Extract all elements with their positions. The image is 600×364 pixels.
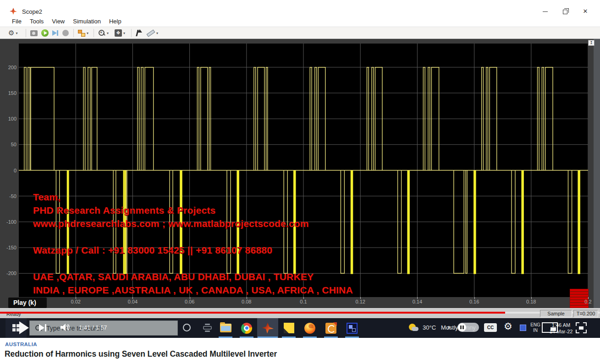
- screen: Scope2 ✕ FileToolsViewSimulationHelp ⚙ ▾…: [0, 0, 600, 364]
- x-axis-label: 0.16: [465, 299, 484, 304]
- simulink-blocks-icon: [78, 30, 85, 37]
- run-button[interactable]: [41, 28, 49, 38]
- taskbar-app-chrome[interactable]: [236, 318, 257, 338]
- matlab-scope-icon: [10, 8, 17, 15]
- cortana-button[interactable]: [183, 324, 191, 331]
- video-time-display: 1:41 / 1:57: [79, 324, 107, 331]
- caret-down-icon: ▾: [107, 31, 109, 35]
- menu-item-tools[interactable]: Tools: [26, 17, 48, 25]
- watermark-line: Watzapp / Call : +91 83000 15425 || +91 …: [33, 243, 381, 257]
- y-axis-label: 200: [0, 65, 17, 70]
- zoom-magnifier-icon: +: [98, 29, 105, 37]
- y-axis-label: -50: [0, 193, 17, 199]
- menu-bar: FileToolsViewSimulationHelp: [0, 17, 600, 27]
- minimize-button[interactable]: [537, 6, 553, 17]
- fit-to-view-icon: ✥: [115, 29, 122, 37]
- autoplay-toggle[interactable]: [457, 323, 479, 332]
- y-axis-label: -200: [0, 270, 17, 276]
- video-progress-fill: [0, 312, 505, 314]
- gear-icon: ⚙: [8, 29, 14, 37]
- menu-item-simulation[interactable]: Simulation: [69, 17, 105, 25]
- watermark-line: INDIA , EUROPE ,AUSTRALIA , UK , CANADA …: [33, 283, 381, 297]
- video-next-button[interactable]: [39, 323, 48, 332]
- run-play-icon: [41, 29, 49, 37]
- x-axis-label: 0.14: [408, 299, 426, 304]
- file-explorer-icon: [220, 324, 231, 332]
- firefox-icon: [304, 323, 315, 334]
- c-app-icon: [325, 323, 336, 334]
- snapshot-button[interactable]: [30, 28, 38, 38]
- scope-canvas: ↥ Team,PHD Research Assignments & Projec…: [0, 39, 600, 308]
- x-axis-label: 0.04: [123, 299, 142, 304]
- player-settings-gear-icon[interactable]: ⚙: [504, 321, 512, 332]
- x-axis-label: 0.18: [522, 299, 540, 304]
- snapshot-icon: [30, 30, 38, 36]
- menu-item-file[interactable]: File: [8, 17, 26, 25]
- language-line2: IN: [528, 328, 542, 333]
- toggle-knob-pause-icon: [458, 323, 466, 331]
- x-axis-label: 0.06: [181, 299, 199, 304]
- settings-gear-button[interactable]: ⚙ ▾: [8, 28, 17, 38]
- menu-item-view[interactable]: View: [48, 17, 69, 25]
- zoom-button[interactable]: + ▾: [98, 28, 109, 38]
- x-axis-label: 0.1: [294, 299, 313, 304]
- watermark-line: PHD Research Assignments & Projects: [33, 204, 381, 217]
- caret-down-icon: ▾: [87, 31, 88, 35]
- measurements-ruler-icon: [147, 29, 155, 37]
- miniplayer-button[interactable]: [542, 322, 558, 333]
- language-indicator[interactable]: ENG IN: [528, 322, 542, 333]
- language-line1: ENG: [528, 322, 542, 328]
- taskbar-app-firefox[interactable]: [299, 318, 320, 338]
- tray-blue-icon[interactable]: [520, 325, 526, 331]
- watermark-line: [33, 257, 381, 270]
- volume-icon[interactable]: [60, 322, 71, 332]
- goto-block-button[interactable]: ↥: [588, 40, 594, 46]
- watermark-line: UAE ,QATAR, SAUDI ARABIA, ABU DHABI, DUB…: [33, 270, 381, 283]
- highlight-block-button[interactable]: ▾: [78, 28, 88, 38]
- step-forward-button[interactable]: [52, 28, 59, 38]
- x-axis-label: 0.12: [351, 299, 369, 304]
- y-axis-label: -100: [0, 219, 17, 225]
- task-view-button[interactable]: [203, 324, 212, 332]
- weather-icon[interactable]: [409, 323, 419, 332]
- taskbar: Type here to search 1:41 / 1:57 30°C Mos…: [0, 318, 600, 338]
- measurements-button[interactable]: ▾: [147, 28, 158, 38]
- weather-temperature[interactable]: 30°C: [423, 324, 436, 331]
- y-axis-label: 150: [0, 90, 17, 96]
- watermark-text-block: Team,PHD Research Assignments & Projects…: [33, 190, 381, 297]
- tray-chevron-icon[interactable]: ∧: [447, 324, 451, 331]
- matlab-icon: [262, 323, 274, 334]
- y-axis-label: 0: [0, 168, 17, 173]
- page-bottom: AUSTRALIA Reduction of Harmonics using S…: [0, 338, 600, 364]
- video-page-title: Reduction of Harmonics using Seven Level…: [5, 349, 277, 359]
- canvas-right-edge: [594, 39, 600, 308]
- taskbar-app-paint-app[interactable]: [341, 318, 363, 338]
- watermark-line: [33, 230, 381, 243]
- fullscreen-button[interactable]: [576, 322, 587, 333]
- taskbar-app-notepad[interactable]: [278, 318, 299, 338]
- trigger-button[interactable]: [136, 28, 142, 38]
- restore-button[interactable]: [557, 6, 573, 17]
- watermark-line: Team,: [33, 190, 381, 204]
- status-time-panel: T=0.200: [573, 310, 598, 317]
- taskbar-app-c-app[interactable]: [320, 318, 341, 338]
- stop-button[interactable]: [62, 28, 69, 38]
- subtitles-cc-button[interactable]: CC: [484, 323, 497, 332]
- taskbar-app-matlab[interactable]: [257, 318, 278, 338]
- menu-item-help[interactable]: Help: [105, 17, 126, 25]
- stop-icon: [62, 30, 69, 36]
- fit-to-view-button[interactable]: ✥ ▾: [115, 28, 125, 38]
- caret-down-icon: ▾: [156, 31, 158, 35]
- x-axis-label: 0.08: [237, 299, 256, 304]
- close-button[interactable]: ✕: [578, 6, 593, 17]
- play-tooltip: Play (k): [8, 298, 47, 308]
- y-axis-label: 50: [0, 142, 17, 147]
- taskbar-app-file-explorer[interactable]: [215, 318, 236, 338]
- caret-down-icon: ▾: [123, 31, 125, 35]
- video-progress-bar[interactable]: [0, 312, 600, 314]
- video-play-button[interactable]: [19, 321, 29, 334]
- y-axis-label: 100: [0, 116, 17, 121]
- window-title: Scope2: [22, 8, 42, 15]
- step-forward-icon: [52, 30, 59, 36]
- category-link[interactable]: AUSTRALIA: [5, 342, 37, 347]
